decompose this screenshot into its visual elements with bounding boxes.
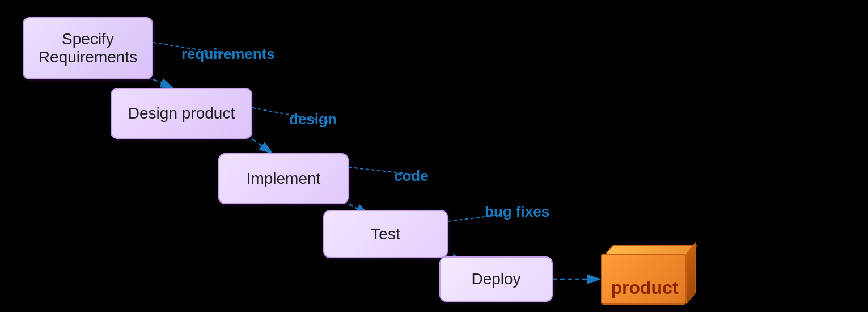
node-test-label: Test [371, 225, 400, 243]
node-test: Test [323, 210, 448, 258]
diagram-container: Specify Requirements Design product Impl… [0, 0, 868, 312]
svg-line-2 [252, 139, 272, 153]
node-implement-label: Implement [247, 170, 321, 188]
node-deploy-label: Deploy [471, 270, 520, 288]
node-design: Design product [111, 88, 252, 139]
product-box-front: product [601, 254, 686, 305]
node-implement: Implement [218, 153, 349, 204]
node-design-label: Design product [128, 104, 235, 123]
svg-line-1 [153, 79, 173, 88]
node-specify-label: Specify Requirements [39, 30, 137, 66]
label-bug-fixes: bug fixes [485, 203, 549, 221]
product-label: product [602, 277, 687, 298]
node-deploy: Deploy [439, 256, 553, 302]
product-box-side [686, 242, 696, 305]
node-specify: Specify Requirements [23, 17, 153, 79]
label-requirements: requirements [181, 45, 275, 63]
label-design: design [289, 111, 337, 128]
label-code: code [394, 167, 429, 185]
